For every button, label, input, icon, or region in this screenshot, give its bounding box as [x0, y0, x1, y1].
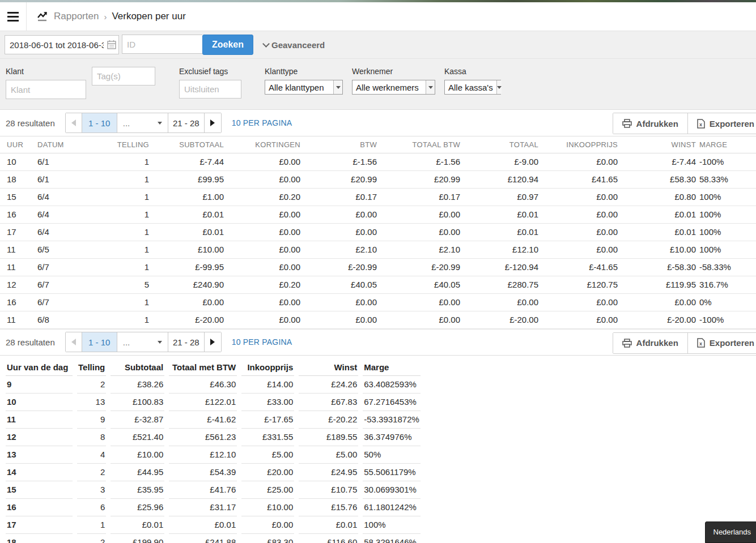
table-cell: 100% [363, 516, 421, 534]
print-label: Afdrukken [636, 338, 678, 348]
column-header: SUBTOTAAL [150, 136, 225, 153]
column-header: KORTINGEN [225, 136, 301, 153]
id-search-input[interactable] [122, 35, 202, 54]
excel-file-icon: x [697, 338, 705, 348]
table-cell: 3 [77, 481, 106, 499]
print-button[interactable]: Afdrukken [613, 333, 688, 353]
ellipsis-label: ... [123, 118, 130, 128]
table-row: 176/41£0.01£0.00£0.00£0.00£0.01£0.00£0.0… [0, 223, 756, 241]
results-count: 28 resultaten [6, 118, 55, 128]
table-cell: £44.95 [111, 464, 164, 481]
table-cell: £0.00 [540, 241, 619, 258]
column-header: BTW [301, 136, 378, 153]
table-cell: £41.65 [540, 170, 619, 188]
table-cell: £15.76 [299, 499, 358, 516]
per-page-link[interactable]: 10 PER PAGINA [232, 337, 292, 347]
date-range-input[interactable] [5, 35, 119, 54]
table-cell: £0.00 [540, 153, 619, 170]
table-cell: £116.60 [299, 534, 358, 543]
column-header: UUR [0, 136, 35, 153]
table-cell: £0.01 [461, 223, 540, 241]
table-cell: 12 [6, 429, 73, 446]
table-cell: £40.05 [378, 276, 461, 293]
hamburger-menu-icon[interactable] [0, 2, 27, 31]
table-cell: 18 [0, 170, 35, 188]
table-cell: £-7.44 [619, 153, 697, 170]
export-button[interactable]: x Exporteren [688, 113, 756, 134]
filters-row: Klant Exclusief tags Klanttype Alle klan… [0, 58, 756, 109]
prev-page-button[interactable] [66, 113, 82, 132]
table-cell: £0.00 [378, 223, 461, 241]
table-cell: £20.00 [241, 464, 294, 481]
column-header: WINST [619, 136, 697, 153]
chevron-down-icon [262, 40, 270, 48]
customer-label: Klant [6, 67, 86, 76]
table-cell: 58.33% [697, 170, 756, 188]
table-cell: £1.00 [150, 188, 225, 206]
employee-select[interactable]: Alle werknemers [352, 80, 435, 95]
employee-filter: Werknemer Alle werknemers [352, 67, 435, 95]
table-cell: £561.23 [169, 429, 237, 446]
printer-icon [622, 339, 632, 348]
export-button[interactable]: x Exporteren [688, 333, 756, 353]
table-cell: 0% [697, 293, 756, 311]
register-selected: Alle kassa's [445, 83, 496, 92]
table-cell: £0.00 [225, 241, 301, 258]
table-cell: £-20.22 [299, 411, 358, 429]
arrow-left-icon [71, 339, 76, 345]
per-page-link[interactable]: 10 PER PAGINA [232, 118, 292, 127]
print-button[interactable]: Afdrukken [613, 113, 688, 134]
print-label: Afdrukken [636, 119, 678, 129]
table-cell: 10 [0, 153, 35, 170]
last-page-button[interactable]: 21 - 28 [168, 113, 205, 132]
filter-panel: Zoeken Geavanceerd Klant Exclusief tags … [0, 31, 756, 110]
current-page-button[interactable]: 1 - 10 [82, 113, 117, 132]
table-cell: £0.01 [111, 516, 164, 534]
customer-filter: Klant [6, 67, 86, 99]
search-button[interactable]: Zoeken [202, 35, 253, 55]
table-cell: 17 [0, 223, 35, 241]
customer-type-filter: Klanttype Alle klanttypen [265, 67, 343, 95]
current-page-button[interactable]: 1 - 10 [82, 332, 117, 352]
table-row: 128£521.40£561.23£331.55£189.5536.374976… [6, 429, 421, 446]
breadcrumb-section[interactable]: Rapporten [54, 11, 99, 22]
caret-down-icon [158, 341, 162, 344]
caret-down-icon [428, 86, 433, 89]
table-cell: 6/8 [35, 311, 102, 328]
calendar-icon[interactable] [107, 40, 116, 49]
prev-page-button[interactable] [66, 332, 82, 352]
ellipsis-label: ... [123, 337, 130, 347]
customer-type-select[interactable]: Alle klanttypen [265, 80, 343, 95]
table-cell: £241.88 [169, 534, 237, 543]
table-cell: £0.00 [540, 293, 619, 311]
register-select[interactable]: Alle kassa's [444, 80, 501, 95]
table-cell: £0.00 [378, 311, 461, 328]
table-cell: 6/7 [35, 276, 102, 293]
table-cell: £-9.00 [461, 153, 540, 170]
table-cell: 10 [6, 394, 73, 411]
table-cell: £0.01 [461, 206, 540, 223]
table-cell: 1 [102, 188, 150, 206]
table-cell: £10.00 [111, 446, 164, 464]
last-page-button[interactable]: 21 - 28 [168, 332, 205, 352]
table-cell: £0.00 [150, 293, 225, 311]
top-bar: Rapporten › Verkopen per uur [0, 2, 756, 31]
table-cell: £100.83 [111, 394, 164, 411]
table-cell: £-1.56 [378, 153, 461, 170]
excel-file-icon: x [697, 119, 705, 129]
exclude-tags-input[interactable] [179, 80, 241, 99]
page-dropdown[interactable]: ... [117, 332, 168, 352]
next-page-button[interactable] [205, 332, 221, 352]
table-cell: 8 [77, 429, 106, 446]
page-dropdown[interactable]: ... [117, 113, 168, 132]
customer-input[interactable] [6, 80, 86, 99]
advanced-toggle[interactable]: Geavanceerd [264, 40, 325, 50]
table-cell: £199.90 [111, 534, 164, 543]
tags-input[interactable] [92, 67, 155, 85]
next-page-button[interactable] [205, 113, 221, 132]
hour-summary-table: Uur van de dagTellingSubtotaalTotaal met… [1, 359, 425, 543]
table-row: 186/11£99.95£0.00£20.99£20.99£120.94£41.… [0, 170, 756, 188]
language-badge[interactable]: Nederlands [705, 521, 756, 543]
register-filter: Kassa Alle kassa's [444, 67, 501, 95]
table-cell: £83.30 [241, 534, 294, 543]
